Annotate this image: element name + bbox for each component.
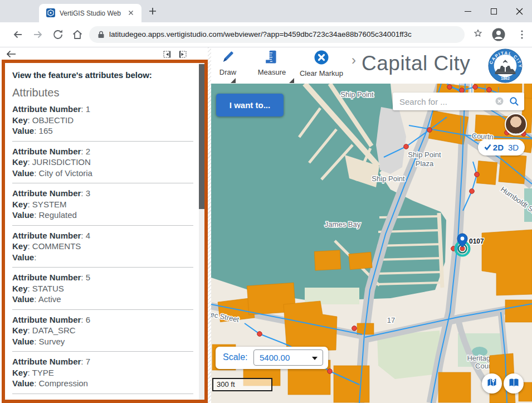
browser-window: VertiGIS Studio Web bbox=[0, 0, 532, 403]
bookmark-star-icon[interactable] bbox=[473, 28, 483, 41]
reload-icon[interactable] bbox=[52, 28, 64, 43]
mode-2d[interactable]: 2D bbox=[493, 143, 504, 152]
attribute-block: Attribute Number: 3Key: SYSTEMValue: Reg… bbox=[12, 188, 193, 226]
caret-down-icon bbox=[312, 357, 318, 360]
svg-text:Ship Point: Ship Point bbox=[340, 90, 374, 99]
measure-dropdown-corner[interactable] bbox=[289, 78, 294, 83]
search-clear-icon[interactable] bbox=[495, 97, 504, 108]
map-viewport[interactable]: Heritage Court bbox=[211, 84, 532, 403]
attribute-line: Key: STATUS bbox=[12, 283, 193, 294]
attribute-line: Attribute Number: 2 bbox=[12, 146, 193, 157]
attributes-panel: View the feature's attributes below: Att… bbox=[2, 60, 208, 403]
svg-text:0107: 0107 bbox=[469, 237, 484, 245]
draw-dropdown-corner[interactable] bbox=[231, 78, 236, 83]
pencil-icon bbox=[221, 56, 235, 66]
i-want-to-button[interactable]: I want to... bbox=[216, 94, 284, 116]
measure-label: Measure bbox=[256, 68, 288, 76]
new-tab-icon[interactable] bbox=[148, 7, 157, 18]
attribute-line: Value: bbox=[12, 252, 193, 263]
mode-3d[interactable]: 3D bbox=[508, 143, 519, 152]
profile-icon[interactable] bbox=[491, 27, 506, 44]
map-pin-icon bbox=[486, 377, 497, 390]
bookmarks-button[interactable] bbox=[504, 373, 524, 394]
attribute-line: Attribute Number: 8 bbox=[12, 399, 193, 400]
home-icon[interactable] bbox=[71, 28, 84, 43]
attribute-line: Attribute Number: 4 bbox=[12, 230, 193, 241]
app-title: Capital City bbox=[362, 52, 470, 75]
window-maximize-button[interactable] bbox=[481, 0, 506, 22]
search-box[interactable] bbox=[393, 93, 524, 110]
panel-heading: Attributes bbox=[12, 86, 193, 99]
forward-icon[interactable] bbox=[32, 28, 44, 43]
attribute-line: Attribute Number: 3 bbox=[12, 188, 193, 199]
attribute-line: Value: Compression bbox=[12, 378, 193, 389]
attribute-line: Value: Survey bbox=[12, 336, 193, 347]
menu-dots-icon[interactable] bbox=[517, 28, 527, 43]
clear-markup-button[interactable]: Clear Markup bbox=[296, 50, 347, 77]
attribute-line: Key: DATA_SRC bbox=[12, 325, 193, 336]
back-icon[interactable] bbox=[12, 28, 24, 43]
view-mode-toggle[interactable]: 2D 3D bbox=[478, 139, 525, 156]
search-input[interactable] bbox=[399, 95, 489, 108]
attribute-line: Value: Regulated bbox=[12, 210, 193, 221]
webviewer-app: View the feature's attributes below: Att… bbox=[0, 47, 532, 403]
map-toolbar: Draw Measure Clear Markup › Capital City bbox=[211, 47, 532, 84]
attribute-block: Attribute Number: 2Key: JURISDICTIONValu… bbox=[12, 146, 193, 184]
user-avatar[interactable] bbox=[505, 113, 527, 135]
scale-value: 5400.00 bbox=[260, 353, 290, 362]
attribute-block: Attribute Number: 1Key: OBJECTIDValue: 1… bbox=[12, 104, 193, 142]
ruler-icon bbox=[265, 56, 279, 66]
panel-scrollbar-thumb[interactable] bbox=[199, 64, 204, 209]
browser-navbar: latitudegeo.apps.vertigistudio.com/webvi… bbox=[0, 22, 532, 47]
attribute-line: Attribute Number: 6 bbox=[12, 314, 193, 326]
svg-text:Plaza: Plaza bbox=[416, 159, 434, 168]
clear-markup-label: Clear Markup bbox=[296, 69, 347, 77]
attribute-line: Attribute Number: 7 bbox=[12, 356, 193, 367]
tab-close-icon[interactable] bbox=[127, 9, 135, 19]
attribute-block: Attribute Number: 6Key: DATA_SRCValue: S… bbox=[12, 314, 193, 352]
lock-icon[interactable] bbox=[97, 31, 105, 41]
attribute-line: Value: City of Victoria bbox=[12, 168, 193, 179]
window-minimize-button[interactable] bbox=[455, 0, 481, 22]
address-bar[interactable]: latitudegeo.apps.vertigistudio.com/webvi… bbox=[89, 26, 465, 43]
browser-tab[interactable]: VertiGIS Studio Web bbox=[39, 4, 141, 22]
attributes-panel-content: View the feature's attributes below: Att… bbox=[5, 63, 199, 400]
browser-titlebar: VertiGIS Studio Web bbox=[0, 0, 532, 22]
url-text[interactable]: latitudegeo.apps.vertigistudio.com/webvi… bbox=[109, 30, 412, 38]
attribute-block: Attribute Number: 5Key: STATUSValue: Act… bbox=[12, 272, 193, 310]
attribute-line: Value: Active bbox=[12, 294, 193, 305]
capital-city-logo: CAPITAL CITY 1862 bbox=[488, 48, 523, 85]
plaza-area bbox=[376, 107, 406, 174]
draw-button[interactable]: Draw bbox=[216, 50, 240, 76]
attribute-line: Attribute Number: 1 bbox=[12, 104, 193, 115]
scale-widget: Scale: 5400.00 bbox=[216, 347, 328, 369]
check-icon bbox=[484, 143, 491, 153]
attribute-block: Attribute Number: 4Key: COMMENTSValue: bbox=[12, 230, 193, 268]
panel-intro-text: View the feature's attributes below: bbox=[12, 70, 193, 80]
selected-feature-marker[interactable]: 0107 bbox=[456, 234, 485, 256]
vertigis-favicon bbox=[46, 8, 55, 20]
open-book-icon bbox=[508, 377, 520, 390]
scale-dropdown[interactable]: 5400.00 bbox=[253, 349, 323, 366]
attribute-block: Attribute Number: 7Key: TYPEValue: Compr… bbox=[12, 356, 193, 394]
search-icon[interactable] bbox=[509, 96, 519, 109]
svg-text:1862: 1862 bbox=[501, 76, 510, 81]
measure-button[interactable]: Measure bbox=[256, 50, 288, 76]
attribute-line: Attribute Number: 5 bbox=[12, 272, 193, 283]
attribute-line: Key: JURISDICTION bbox=[12, 157, 193, 168]
draw-label: Draw bbox=[216, 68, 240, 76]
panel-scrollbar[interactable] bbox=[199, 63, 204, 400]
attribute-block: Attribute Number: 8Key: Value: bbox=[12, 399, 193, 400]
basemap-picker-button[interactable] bbox=[482, 373, 502, 394]
window-close-button[interactable] bbox=[506, 0, 532, 22]
attribute-line: Key: TYPE bbox=[12, 367, 193, 378]
scalebar: 300 ft bbox=[212, 378, 272, 391]
svg-text:James Bay: James Bay bbox=[325, 220, 361, 229]
tab-title: VertiGIS Studio Web bbox=[60, 9, 121, 17]
attribute-line: Key: OBJECTID bbox=[12, 115, 193, 126]
svg-text:17: 17 bbox=[387, 316, 395, 324]
scale-label: Scale: bbox=[223, 352, 247, 362]
toolbar-chevron-icon[interactable]: › bbox=[352, 52, 356, 68]
attribute-line: Value: 165 bbox=[12, 125, 193, 137]
attribute-list: Attribute Number: 1Key: OBJECTIDValue: 1… bbox=[12, 104, 193, 400]
